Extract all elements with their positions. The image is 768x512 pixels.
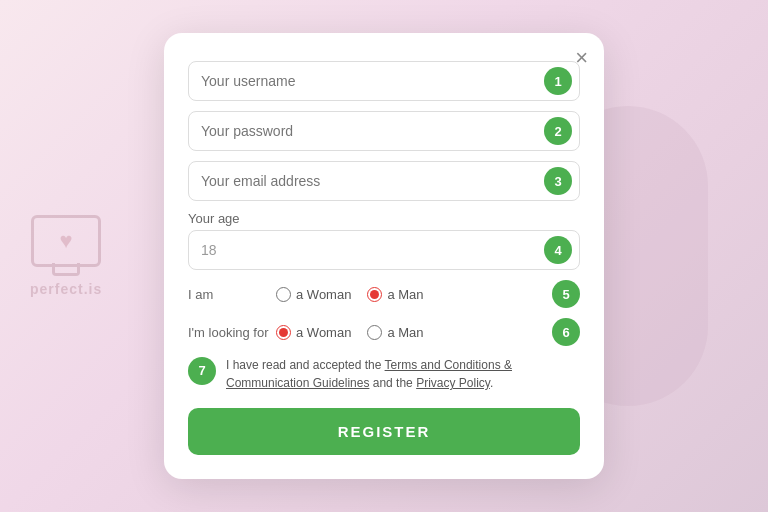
terms-text-mid: and the xyxy=(369,376,416,390)
looking-man-option[interactable]: a Man xyxy=(367,325,423,340)
looking-woman-option[interactable]: a Woman xyxy=(276,325,351,340)
iam-man-label: a Man xyxy=(387,287,423,302)
terms-text-before: I have read and accepted the xyxy=(226,358,385,372)
age-input[interactable] xyxy=(188,230,580,270)
looking-radio-group: a Woman a Man xyxy=(276,325,544,340)
step-3-badge: 3 xyxy=(544,167,572,195)
iam-woman-option[interactable]: a Woman xyxy=(276,287,351,302)
watermark-logo: ♥ perfect.is xyxy=(30,215,102,297)
iam-radio-group: a Woman a Man xyxy=(276,287,544,302)
looking-man-label: a Man xyxy=(387,325,423,340)
terms-text-end: . xyxy=(490,376,493,390)
iam-section: I am a Woman a Man 5 xyxy=(188,280,580,308)
terms-text: I have read and accepted the Terms and C… xyxy=(226,356,580,392)
step-7-badge: 7 xyxy=(188,357,216,385)
heart-icon: ♥ xyxy=(60,228,73,254)
password-field-row: 2 xyxy=(188,111,580,151)
step-6-badge: 6 xyxy=(552,318,580,346)
password-input[interactable] xyxy=(188,111,580,151)
step-2-badge: 2 xyxy=(544,117,572,145)
step-1-badge: 1 xyxy=(544,67,572,95)
looking-label: I'm looking for xyxy=(188,325,276,340)
terms-row: 7 I have read and accepted the Terms and… xyxy=(188,356,580,392)
age-field-row: 4 xyxy=(188,230,580,270)
looking-section: I'm looking for a Woman a Man 6 xyxy=(188,318,580,346)
iam-label: I am xyxy=(188,287,276,302)
monitor-icon: ♥ xyxy=(31,215,101,267)
age-label: Your age xyxy=(188,211,580,226)
looking-woman-label: a Woman xyxy=(296,325,351,340)
step-5-badge: 5 xyxy=(552,280,580,308)
email-field-row: 3 xyxy=(188,161,580,201)
looking-woman-radio[interactable] xyxy=(276,325,291,340)
registration-modal: × 1 2 3 Your age 4 I am a Woman a M xyxy=(164,33,604,479)
iam-woman-radio[interactable] xyxy=(276,287,291,302)
iam-woman-label: a Woman xyxy=(296,287,351,302)
privacy-link[interactable]: Privacy Policy xyxy=(416,376,490,390)
username-input[interactable] xyxy=(188,61,580,101)
age-section: Your age 4 xyxy=(188,211,580,270)
register-button[interactable]: REGISTER xyxy=(188,408,580,455)
iam-man-option[interactable]: a Man xyxy=(367,287,423,302)
looking-man-radio[interactable] xyxy=(367,325,382,340)
username-field-row: 1 xyxy=(188,61,580,101)
watermark-text: perfect.is xyxy=(30,281,102,297)
iam-man-radio[interactable] xyxy=(367,287,382,302)
step-4-badge: 4 xyxy=(544,236,572,264)
email-input[interactable] xyxy=(188,161,580,201)
